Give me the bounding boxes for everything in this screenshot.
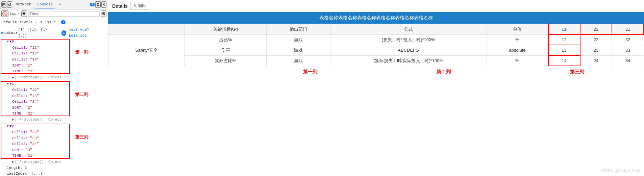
th-kpi: 关键指标KPI [184, 24, 267, 34]
table-row: Safety/安全 占比% 游戏 (损失工时/ 投入工时)*100% % 12 … [108, 34, 644, 45]
th-formula: 公式 [330, 24, 487, 34]
th-col3: 31 [612, 24, 644, 34]
row2-kpi: 实际占比% [184, 55, 267, 66]
expand-item0[interactable]: ▼ [7, 39, 9, 45]
devtools-icon-2[interactable]: ↺ [7, 1, 12, 8]
row2-c3: 34 [612, 55, 644, 66]
details-header: Details ✎ 编辑 [108, 0, 644, 12]
item1-cells1-key: Cells1: [12, 88, 30, 92]
item2-proto: [[Prototype]]: Object [15, 160, 62, 164]
item2-sort-key: SORT: [12, 148, 26, 152]
item0-index: ▼0: [9, 39, 16, 45]
row0-c2: 22 [580, 34, 612, 45]
issues-label: 1 Issue: [40, 20, 58, 24]
table-row: 伤害 游戏 ABCDEFG absolute 13 23 33 [108, 45, 644, 55]
settings-icon[interactable]: ⚙ [95, 1, 101, 8]
row2-formula: (实际损失工时/实际投入工时)*100% [330, 55, 487, 66]
expand-item2[interactable]: ▼ [7, 124, 9, 129]
item1-fields: Cells1: "22" Cells2: "23" Cells3: "24" S… [7, 87, 106, 123]
item2-fields: Cells1: "32" Cells2: "33" Cells3: "34" S… [7, 129, 106, 165]
col2-label: 第二列 [75, 91, 88, 98]
row0-kpi: 占比% [184, 34, 267, 45]
dropdown-label[interactable]: top [10, 12, 17, 16]
bottom-col1-label: 第一列 [243, 69, 377, 75]
footer-entries: length: 3 lastIndex: (...) lastItem: (..… [1, 165, 106, 176]
issues-count-badge: 1 [61, 20, 66, 24]
row1-unit: absolute [487, 45, 548, 55]
item2-proto-arrow[interactable]: ▶ [12, 160, 14, 164]
row2-dept: 游戏 [267, 55, 330, 66]
levels-bar: Default levels ▾ 1 Issue: 1 [0, 18, 108, 26]
tab-more[interactable]: » [56, 1, 64, 8]
default-levels-label: Default levels [1, 20, 32, 24]
item2-cells1-key: Cells1: [12, 130, 30, 134]
table-header-row: 关键指标KPI 输出部门 公式 单位 11 21 31 [108, 24, 644, 34]
item2-time-key: TIME: [12, 154, 26, 158]
th-col2: 21 [580, 24, 612, 34]
data-table-wrapper[interactable]: 关键指标KPI 输出部门 公式 单位 11 21 31 Safety/安全 占比… [108, 24, 644, 176]
item1-sort-key: SORT: [12, 106, 26, 110]
item2-index: ▼2: [9, 124, 16, 130]
message-count-badge: 1 [90, 3, 95, 6]
lastindex-label: lastIndex: (...) [7, 172, 43, 176]
clear-console-icon[interactable]: 🚫 [1, 10, 8, 17]
row0-c1: 12 [548, 34, 580, 45]
item1-cells3-key: Cells3: [12, 100, 30, 104]
row2-c1: 14 [548, 55, 580, 66]
item1-proto: [[Prototype]]: Object [15, 118, 62, 122]
row1-c3: 33 [612, 45, 644, 55]
data-info-badge: i [61, 30, 66, 36]
row1-c1: 13 [548, 45, 580, 55]
prompt-arrow: ▶ [1, 30, 4, 36]
console-output: ▶ data: ▼ (3) [{…}, {…}, {…}] i test.vue… [0, 26, 108, 176]
item0-sort-key: SORT: [12, 64, 26, 68]
item0-fields: Cells1: "12" Cells2: "13" Cells3: "14" S… [7, 45, 106, 81]
expand-item1[interactable]: ▼ [7, 81, 9, 87]
row2-unit: % [487, 55, 548, 66]
th-category [108, 24, 185, 34]
data-table: 关键指标KPI 输出部门 公式 单位 11 21 31 Safety/安全 占比… [108, 24, 644, 66]
bottom-labels-row: 第一列 第二列 第三列 [108, 66, 644, 75]
row0-formula: (损失工时/ 投入工时)*100% [330, 34, 487, 45]
item1-cells2-key: Cells2: [12, 94, 30, 98]
item1-proto-arrow[interactable]: ▶ [12, 118, 14, 122]
table-title-bar: 表格名称表格名称表格名称表格名称表格名称表格名称 [108, 12, 644, 24]
table-row: 实际占比% 游戏 (实际损失工时/实际投入工时)*100% % 14 24 34 [108, 55, 644, 66]
th-unit: 单位 [487, 24, 548, 34]
col3-label: 第三列 [75, 134, 88, 141]
dropdown-arrow-icon: ▾ [18, 12, 20, 16]
row1-c2: 23 [580, 45, 612, 55]
item0-cells1-key: Cells1: [12, 46, 30, 50]
item2-cells3-key: Cells3: [12, 142, 30, 146]
eye-icon[interactable]: 👁 [21, 10, 27, 17]
data-array-label: (3) [{…}, {…}, {…}] [18, 27, 60, 39]
expand-data-arrow[interactable]: ▼ [16, 30, 18, 36]
file-link[interactable]: test.vue?b018:191 [69, 27, 106, 39]
edit-button[interactable]: ✎ 编辑 [130, 2, 149, 10]
tree-item-0-container: ▼ ▼0: Cells1: "12" Cells2: "13" Cells3: … [1, 39, 106, 80]
th-dept: 输出部门 [267, 24, 330, 34]
item1-time-key: TIME: [12, 111, 26, 116]
tab-bar: ⊞ ↺ Network Console » 1 ⚙ ✕ [0, 0, 108, 9]
filter-settings-icon[interactable]: ⚙ [101, 10, 106, 17]
item0-time-key: TIME: [12, 69, 26, 73]
item1-index: ▼1: [9, 81, 16, 87]
row1-formula: ABCDEFG [330, 45, 487, 55]
levels-arrow-icon: ▾ [34, 20, 37, 24]
devtools-icon-1[interactable]: ⊞ [1, 1, 6, 8]
devtools-panel: ⊞ ↺ Network Console » 1 ⚙ ✕ 🚫 top ▾ 👁 ⚙ … [0, 0, 108, 176]
filter-input[interactable] [28, 11, 100, 17]
tab-network[interactable]: Network [13, 1, 34, 8]
item0-cells3-key: Cells3: [12, 57, 30, 61]
tree-item-1-container: ▼ ▼1: Cells1: "22" Cells2: "23" Cells3: … [1, 81, 106, 123]
tree-item-2-container: ▼ ▼2: Cells1: "32" Cells2: "33" Cells3: … [1, 124, 106, 165]
filter-bar: 🚫 top ▾ 👁 ⚙ [0, 9, 108, 18]
row0-c3: 32 [612, 34, 644, 45]
bottom-col2-label: 第二列 [377, 69, 510, 75]
col1-label: 第一列 [75, 49, 88, 56]
item0-proto-arrow[interactable]: ▶ [12, 76, 14, 79]
bottom-col3-label: 第三列 [511, 69, 644, 75]
row-category: Safety/安全 [108, 34, 185, 66]
close-icon[interactable]: ✕ [101, 1, 106, 8]
tab-console[interactable]: Console [34, 1, 55, 8]
